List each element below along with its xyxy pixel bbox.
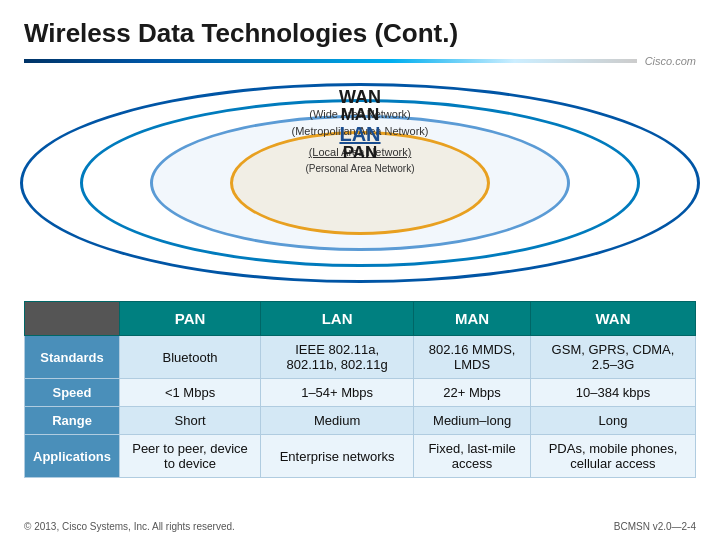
man-text: MAN: [292, 105, 429, 125]
pan-subtext: (Personal Area Network): [306, 163, 415, 174]
row-header: Applications: [25, 435, 120, 478]
table-cell: GSM, GPRS, CDMA, 2.5–3G: [531, 336, 696, 379]
table-cell: Long: [531, 407, 696, 435]
col-header-pan: PAN: [120, 302, 261, 336]
pan-text: PAN: [306, 143, 415, 163]
table-row: RangeShortMediumMedium–longLong: [25, 407, 696, 435]
table-cell: IEEE 802.11a, 802.11b, 802.11g: [261, 336, 414, 379]
table-cell: <1 Mbps: [120, 379, 261, 407]
table-cell: Medium–long: [414, 407, 531, 435]
table-cell: Short: [120, 407, 261, 435]
col-header-empty: [25, 302, 120, 336]
table-cell: Fixed, last-mile access: [414, 435, 531, 478]
table-cell: 10–384 kbps: [531, 379, 696, 407]
table-cell: PDAs, mobile phones, cellular access: [531, 435, 696, 478]
footer-left: © 2013, Cisco Systems, Inc. All rights r…: [24, 521, 235, 532]
table-row: ApplicationsPeer to peer, device to devi…: [25, 435, 696, 478]
footer-right: BCMSN v2.0—2-4: [614, 521, 696, 532]
table-cell: Peer to peer, device to device: [120, 435, 261, 478]
table-cell: 802.16 MMDS, LMDS: [414, 336, 531, 379]
table-cell: 22+ Mbps: [414, 379, 531, 407]
table-header-row: PAN LAN MAN WAN: [25, 302, 696, 336]
comparison-table: PAN LAN MAN WAN StandardsBluetoothIEEE 8…: [24, 301, 696, 478]
gradient-bar: [24, 59, 637, 63]
table-cell: Enterprise networks: [261, 435, 414, 478]
table-row: StandardsBluetoothIEEE 802.11a, 802.11b,…: [25, 336, 696, 379]
cisco-logo: Cisco.com: [645, 55, 696, 67]
table-cell: Bluetooth: [120, 336, 261, 379]
col-header-wan: WAN: [531, 302, 696, 336]
network-diagram: WAN (Wide Area Network) MAN (Metropolita…: [24, 73, 696, 293]
pan-label: PAN (Personal Area Network): [306, 143, 415, 174]
footer: © 2013, Cisco Systems, Inc. All rights r…: [24, 521, 696, 532]
row-header: Standards: [25, 336, 120, 379]
page: Wireless Data Technologies (Cont.) Cisco…: [0, 0, 720, 540]
table-row: Speed<1 Mbps1–54+ Mbps22+ Mbps10–384 kbp…: [25, 379, 696, 407]
table-cell: Medium: [261, 407, 414, 435]
row-header: Speed: [25, 379, 120, 407]
col-header-man: MAN: [414, 302, 531, 336]
page-title: Wireless Data Technologies (Cont.): [24, 18, 696, 49]
cisco-bar: Cisco.com: [24, 55, 696, 67]
col-header-lan: LAN: [261, 302, 414, 336]
table-cell: 1–54+ Mbps: [261, 379, 414, 407]
row-header: Range: [25, 407, 120, 435]
